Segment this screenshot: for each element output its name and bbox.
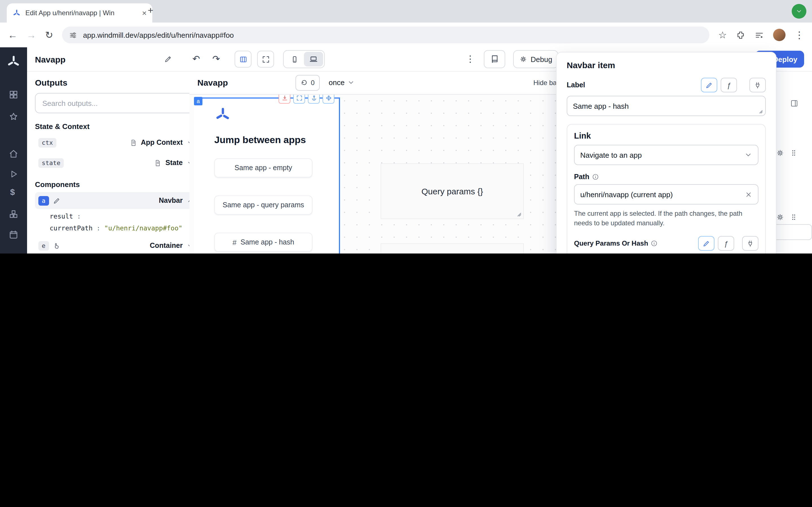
run-mode-dropdown[interactable]: once (329, 78, 355, 87)
debug-button[interactable]: Debug (513, 50, 559, 68)
state-row[interactable]: state State (35, 154, 197, 171)
selection-border-right (339, 98, 340, 253)
setting-row-handle[interactable] (776, 213, 797, 221)
component-row-container-e[interactable]: e Container (35, 237, 197, 253)
pointer-hand-icon (53, 242, 60, 249)
schedules-calendar-icon[interactable] (8, 229, 18, 239)
app-windmill-logo (214, 107, 231, 123)
edit-name-pencil-icon[interactable] (164, 55, 172, 63)
mobile-view-button[interactable] (285, 52, 304, 66)
drag-handle-icon[interactable] (790, 214, 797, 221)
panel-layout-button[interactable] (235, 51, 252, 68)
browser-menu-icon[interactable]: ⋮ (795, 30, 804, 40)
browser-tab[interactable]: Edit App u/henri/navapp | Win × (7, 3, 152, 22)
hash-box[interactable]: Hash: #f (380, 243, 524, 253)
anchor-icon (310, 95, 317, 101)
resize-corner-icon[interactable] (516, 212, 522, 217)
media-controls-icon[interactable] (755, 30, 764, 40)
connect-button[interactable] (742, 236, 758, 251)
app-window: Edit App u/henri/navapp | Win × + ← → ↻ … (0, 0, 812, 253)
undo-button[interactable]: ↶ (192, 55, 200, 64)
state-context-heading: State & Context (35, 122, 197, 131)
path-help-text: The current app is selected. If the path… (574, 209, 758, 228)
back-button[interactable]: ← (8, 30, 17, 40)
current-path-line[interactable]: currentPath : "u/henri/navapp#foo" (50, 222, 197, 234)
debug-gear-icon (519, 55, 527, 63)
query-params-label: Query Params Or Hash (574, 239, 658, 247)
expand-component-button[interactable] (293, 95, 305, 104)
windmill-logo[interactable] (6, 55, 21, 69)
url-input[interactable]: app.windmill.dev/apps/edit/u/henri/navap… (62, 26, 709, 43)
fullscreen-button[interactable] (257, 51, 274, 68)
settings-gear-icon[interactable] (776, 213, 784, 221)
ctx-badge: ctx (38, 138, 56, 147)
component-badge-a: a (38, 196, 49, 205)
info-icon[interactable] (651, 240, 658, 247)
settings-gear-icon[interactable] (776, 149, 784, 157)
runs-play-icon[interactable] (8, 169, 18, 179)
docs-button[interactable] (484, 50, 505, 68)
result-line[interactable]: result : (50, 211, 197, 222)
label-input[interactable]: Same app - hash (567, 96, 766, 116)
variables-dollar-icon[interactable]: $ (10, 187, 15, 196)
nav-item-empty[interactable]: Same app - empty (214, 158, 312, 177)
redo-button[interactable]: ↷ (212, 55, 220, 64)
refresh-control[interactable]: 0 (296, 75, 319, 91)
ctx-row[interactable]: ctx App Context (35, 134, 197, 151)
screen-share-indicator[interactable] (792, 4, 806, 18)
search-input[interactable] (41, 98, 191, 108)
query-params-text: Query params {} (421, 186, 483, 196)
nav-item-query-params[interactable]: Same app - query params (214, 195, 312, 215)
setting-row-handle[interactable] (776, 149, 797, 157)
debug-label: Debug (530, 55, 552, 63)
static-edit-button[interactable] (701, 78, 717, 93)
static-edit-button[interactable] (698, 236, 714, 251)
profile-avatar[interactable] (773, 29, 785, 41)
state-badge: state (38, 158, 64, 168)
components-heading: Components (35, 180, 197, 189)
resources-boxes-icon[interactable] (8, 209, 18, 219)
move-icon (325, 95, 332, 101)
chevron-down-icon (744, 151, 752, 159)
tab-close-button[interactable]: × (142, 9, 147, 17)
expand-icon (296, 95, 303, 101)
pencil-icon (703, 240, 710, 247)
eval-button[interactable]: ƒ (718, 236, 734, 251)
nav-item-hash[interactable]: # Same app - hash (214, 233, 312, 252)
chevron-down-icon (347, 79, 355, 86)
navbar-component[interactable]: a (194, 98, 339, 253)
collapse-panel-icon[interactable] (790, 99, 799, 108)
document-icon (154, 159, 161, 166)
extensions-icon[interactable] (736, 30, 746, 40)
resize-corner-icon[interactable] (758, 109, 763, 114)
path-input[interactable]: u/henri/navapp (current app) (574, 184, 758, 205)
eval-button[interactable]: ƒ (721, 78, 737, 93)
reload-button[interactable]: ↻ (45, 30, 53, 40)
plug-icon (747, 240, 754, 247)
tune-icon[interactable] (69, 31, 78, 39)
anchor-button[interactable] (308, 95, 320, 104)
connect-button[interactable] (749, 78, 766, 93)
outputs-title: Outputs (35, 78, 67, 87)
component-type-navbar: Navbar (159, 196, 183, 205)
link-card: Link Navigate to an app Path u/henri/nav… (567, 124, 766, 253)
windmill-favicon (12, 9, 21, 17)
more-menu-button[interactable]: ⋮ (466, 55, 475, 64)
favorites-star-icon[interactable] (8, 112, 18, 122)
drag-handle-icon[interactable] (790, 149, 797, 157)
move-button[interactable] (322, 95, 335, 104)
link-type-select[interactable]: Navigate to an app (574, 145, 758, 165)
apps-grid-icon[interactable] (8, 90, 18, 100)
component-type-e: Container (150, 242, 183, 250)
forward-button[interactable]: → (27, 30, 36, 40)
component-row-navbar[interactable]: a Navbar (35, 192, 197, 209)
bookmark-star-icon[interactable]: ☆ (718, 30, 727, 40)
clear-path-icon[interactable] (745, 191, 752, 198)
browser-tabstrip: Edit App u/henri/navapp | Win × + (0, 0, 812, 22)
info-icon[interactable] (592, 173, 599, 180)
home-icon[interactable] (8, 149, 18, 159)
query-params-box[interactable]: Query params {} (380, 163, 524, 219)
desktop-view-button[interactable] (304, 52, 323, 66)
dock-button[interactable] (278, 95, 290, 104)
new-tab-button[interactable]: + (148, 5, 153, 16)
